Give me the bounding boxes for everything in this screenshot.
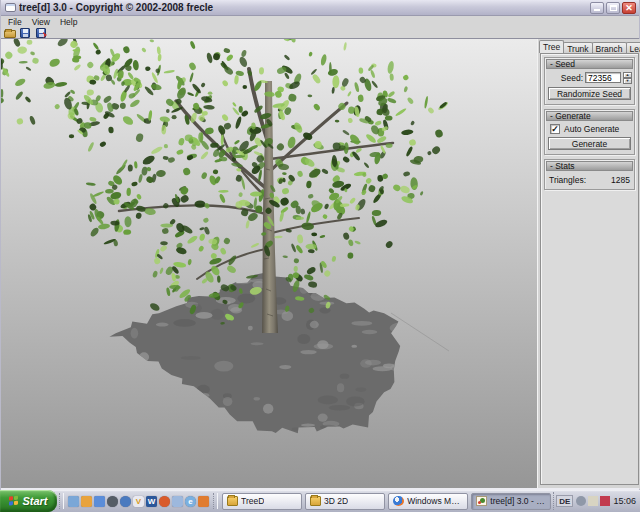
folder-icon (310, 496, 321, 506)
quicklaunch-icon[interactable] (198, 496, 209, 507)
quicklaunch-handle[interactable] (59, 493, 64, 509)
start-label: Start (22, 495, 47, 507)
auto-generate-checkbox[interactable]: ✓ (550, 124, 560, 134)
open-folder-icon (4, 30, 16, 38)
language-indicator[interactable]: DE (556, 495, 573, 507)
quick-launch: VWe (66, 496, 211, 507)
quicklaunch-icon[interactable]: V (133, 496, 144, 507)
tab-trunk[interactable]: Trunk (563, 42, 592, 53)
tray-icon[interactable] (588, 496, 598, 506)
tab-leaf[interactable]: Leaf (626, 42, 640, 53)
taskbar-button[interactable]: 3D 2D (305, 493, 385, 510)
tray-icons (576, 496, 610, 506)
quicklaunch-icon[interactable] (68, 496, 79, 507)
save-button[interactable] (20, 28, 32, 38)
triangles-label: Triangles: (549, 175, 586, 185)
quicklaunch-icon[interactable] (107, 496, 118, 507)
triangles-value: 1285 (611, 175, 630, 185)
title-bar[interactable]: tree[d] 3.0 - Copyright © 2002-2008 frec… (1, 0, 639, 16)
desktop: tree[d] 3.0 - Copyright © 2002-2008 frec… (0, 0, 640, 512)
taskbar-button[interactable]: TreeD (222, 493, 302, 510)
quicklaunch-icon[interactable] (120, 496, 131, 507)
task-buttons: TreeD3D 2DWindows Media Playertree[d] 3.… (220, 493, 553, 510)
seed-label: Seed: (561, 73, 583, 83)
generate-group-header[interactable]: - Generate (546, 111, 633, 121)
system-tray: DE 15:06 (553, 492, 640, 510)
tab-branch[interactable]: Branch (592, 42, 627, 53)
taskbar-button[interactable]: tree[d] 3.0 - Copyrig... (471, 493, 551, 510)
windows-flag-icon (9, 495, 19, 506)
taskbar-button-label: tree[d] 3.0 - Copyrig... (490, 496, 546, 506)
stats-group-header[interactable]: - Stats (546, 161, 633, 171)
taskbar-button-label: TreeD (241, 496, 264, 506)
taskbar-clock[interactable]: 15:06 (613, 496, 636, 506)
taskbar-button-label: Windows Media Player (407, 496, 463, 506)
seed-spin-down[interactable]: ▼ (623, 78, 632, 84)
tree-render (1, 39, 537, 489)
seed-input[interactable] (585, 72, 621, 83)
treed-icon (476, 496, 487, 506)
stats-group: - Stats Triangles: 1285 (544, 159, 635, 190)
generate-group: - Generate ✓ Auto Generate Generate (544, 109, 635, 155)
main-area: Tree Trunk Branch Leaf - Seed Seed: ▲ (1, 38, 639, 488)
toolbar (1, 27, 639, 38)
menu-view[interactable]: View (27, 17, 55, 27)
app-icon (5, 3, 16, 12)
viewport-3d[interactable] (1, 39, 537, 489)
menu-file[interactable]: File (3, 17, 27, 27)
close-button[interactable]: ✕ (622, 2, 636, 14)
open-button[interactable] (4, 28, 16, 38)
save-icon (20, 28, 30, 38)
tray-icon[interactable] (576, 496, 586, 506)
randomize-seed-button[interactable]: Randomize Seed (548, 87, 631, 100)
minimize-button[interactable] (590, 2, 604, 14)
side-panel: Tree Trunk Branch Leaf - Seed Seed: ▲ (537, 39, 640, 489)
app-window: tree[d] 3.0 - Copyright © 2002-2008 frec… (0, 0, 640, 490)
tab-page-tree: - Seed Seed: ▲ ▼ Randomize Seed - Ge (540, 53, 639, 485)
seed-group-header[interactable]: - Seed (546, 59, 633, 69)
quicklaunch-icon[interactable] (172, 496, 183, 507)
quicklaunch-icon[interactable] (81, 496, 92, 507)
save-as-icon (36, 28, 46, 38)
restore-button[interactable] (606, 2, 620, 14)
seed-spinner: ▲ ▼ (623, 72, 632, 83)
quicklaunch-icon[interactable]: W (146, 496, 157, 507)
quicklaunch-icon[interactable] (94, 496, 105, 507)
tray-icon[interactable] (600, 496, 610, 506)
menu-help[interactable]: Help (55, 17, 82, 27)
quicklaunch-icon[interactable]: e (185, 496, 196, 507)
quicklaunch-icon[interactable] (159, 496, 170, 507)
folder-icon (227, 496, 238, 506)
window-title: tree[d] 3.0 - Copyright © 2002-2008 frec… (19, 2, 590, 13)
auto-generate-label: Auto Generate (564, 124, 619, 134)
start-button[interactable]: Start (0, 490, 57, 512)
tab-tree[interactable]: Tree (539, 40, 564, 53)
taskbar-button-label: 3D 2D (324, 496, 348, 506)
seed-group: - Seed Seed: ▲ ▼ Randomize Seed (544, 57, 635, 105)
taskbar-button[interactable]: Windows Media Player (388, 493, 468, 510)
generate-button[interactable]: Generate (548, 137, 631, 150)
tab-strip: Tree Trunk Branch Leaf (539, 40, 640, 53)
wmp-icon (393, 496, 404, 506)
taskbar: Start VWe TreeD3D 2DWindows Media Player… (0, 490, 640, 512)
menu-bar: File View Help (1, 17, 639, 27)
save-as-button[interactable] (36, 28, 48, 38)
taskband-handle[interactable] (213, 493, 218, 509)
